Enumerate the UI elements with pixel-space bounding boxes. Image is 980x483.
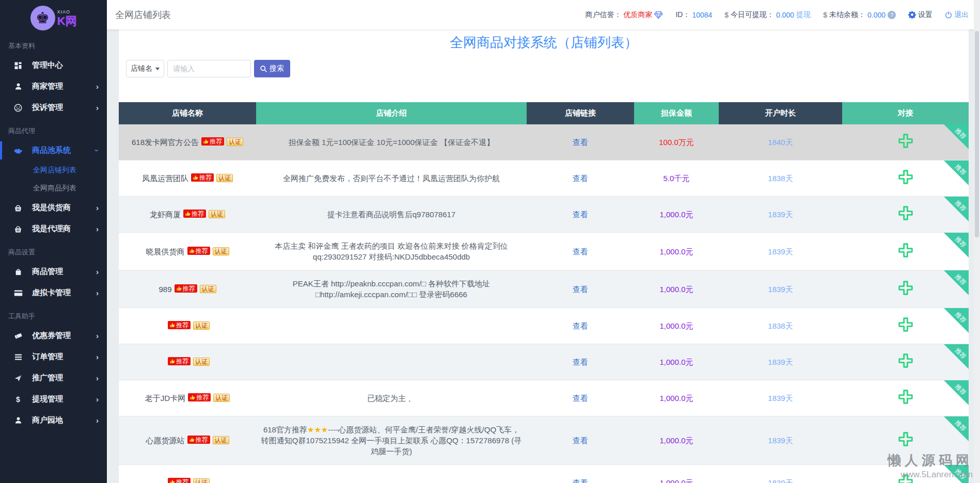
- account-age-cell: 1839天: [719, 344, 842, 380]
- recommend-badge: 推荐: [168, 357, 191, 365]
- dock-connect-icon[interactable]: [897, 132, 914, 152]
- basket-icon: [13, 225, 23, 233]
- sidebar-section-label: 工具助手: [0, 303, 107, 325]
- settings-button[interactable]: 设置: [908, 10, 932, 20]
- sidebar-subitem[interactable]: 全网店铺列表: [0, 161, 107, 179]
- certified-badge: 认证: [213, 436, 229, 444]
- basket-icon: [13, 204, 23, 212]
- chevron-right-icon: ›: [96, 225, 99, 233]
- account-age: 1838天: [768, 321, 793, 330]
- sidebar-item[interactable]: 商户园地›: [0, 410, 107, 431]
- list-icon: [13, 353, 23, 361]
- chevron-right-icon: ›: [96, 353, 99, 361]
- search-button[interactable]: 搜索: [254, 60, 290, 77]
- table-header-row: 店铺名称 店铺介绍 店铺链接 担保金额 开户时长 对接: [119, 102, 969, 124]
- dock-connect-icon[interactable]: [897, 473, 914, 483]
- sidebar-item[interactable]: $提现管理›: [0, 389, 107, 410]
- table-row: 推荐认证查看1,000.0元1839天推荐: [119, 465, 969, 483]
- certified-badge: 认证: [193, 478, 210, 483]
- recommend-badge: 推荐: [175, 284, 197, 293]
- view-link[interactable]: 查看: [573, 138, 588, 147]
- recommend-badge: 推荐: [188, 393, 211, 401]
- dock-connect-icon[interactable]: [897, 242, 914, 262]
- reputation-label: 商户信誉：: [585, 10, 621, 20]
- sidebar-item[interactable]: 商品池系统›: [0, 140, 107, 161]
- sidebar-item[interactable]: 投诉管理›: [0, 97, 107, 118]
- chevron-right-icon: ›: [96, 395, 99, 403]
- certified-badge: 认证: [200, 285, 216, 293]
- sidebar-item-label: 提现管理: [32, 394, 63, 404]
- store-list-card: 全网商品对接系统（店铺列表） 店铺名 搜索 店铺名称: [119, 29, 969, 483]
- search-field-select[interactable]: 店铺名: [126, 60, 164, 77]
- dock-connect-icon[interactable]: [897, 279, 914, 299]
- view-link[interactable]: 查看: [573, 394, 588, 403]
- view-link[interactable]: 查看: [573, 210, 588, 219]
- sidebar-item[interactable]: 虚拟卡管理›: [0, 282, 107, 303]
- scrollbar-thumb[interactable]: [975, 31, 979, 237]
- view-link[interactable]: 查看: [573, 321, 588, 330]
- view-link[interactable]: 查看: [573, 285, 588, 294]
- sidebar-item[interactable]: 我是供货商›: [0, 197, 107, 218]
- store-name: 989: [159, 285, 171, 294]
- dock-connect-icon[interactable]: [897, 430, 914, 450]
- withdrawable-today: $ 今日可提现： 0.000 提现: [724, 10, 811, 20]
- dock-cell: 推荐: [842, 233, 969, 270]
- dock-cell: 推荐: [842, 308, 969, 344]
- view-link[interactable]: 查看: [573, 478, 588, 483]
- sidebar-item[interactable]: 商家管理›: [0, 76, 107, 97]
- dollar-icon: $: [724, 11, 729, 19]
- store-intro-cell: 已稳定为主 、: [256, 380, 527, 416]
- topbar-right: 商户信誉： 优质商家 ID： 10084 $ 今日可提现： 0.000 提现 $…: [585, 10, 969, 20]
- view-link[interactable]: 查看: [573, 174, 588, 183]
- table-row: 推荐认证查看1,000.0元1838天推荐: [119, 308, 969, 344]
- table-row: 618发卡网官方公告推荐认证担保金额 1元=100保证金 10元=1000保证金…: [119, 124, 969, 160]
- settings-label: 设置: [918, 10, 932, 20]
- store-name-cell: 618发卡网官方公告推荐认证: [119, 124, 256, 160]
- dock-connect-icon[interactable]: [897, 388, 914, 408]
- certified-badge: 认证: [193, 358, 210, 366]
- store-link-cell: 查看: [527, 416, 634, 465]
- scrollbar-track: [974, 0, 980, 483]
- store-intro-cell: 担保金额 1元=100保证金 10元=1000保证金 【保证金不退】: [256, 124, 527, 160]
- withdraw-link[interactable]: 提现: [796, 10, 811, 20]
- sidebar-item[interactable]: 推广管理›: [0, 367, 107, 389]
- sidebar-subitem[interactable]: 全网商品列表: [0, 179, 107, 197]
- sidebar-item[interactable]: 商品管理›: [0, 261, 107, 282]
- sidebar-item-label: 商户园地: [32, 415, 63, 425]
- view-link[interactable]: 查看: [573, 358, 588, 366]
- certified-badge: 认证: [216, 174, 233, 182]
- brand-text: XIAO K网: [57, 10, 77, 27]
- sidebar-item[interactable]: 订单管理›: [0, 346, 107, 367]
- certified-badge: 认证: [213, 394, 230, 402]
- dashboard-icon: [13, 61, 23, 70]
- dock-cell: 推荐: [842, 160, 969, 197]
- search-input[interactable]: [167, 60, 251, 77]
- help-icon[interactable]: ?: [888, 11, 896, 19]
- store-intro-cell: 提卡注意看商品说明售后q978078617: [256, 197, 527, 233]
- account-age: 1839天: [768, 358, 793, 366]
- dollar-icon: $: [823, 11, 827, 19]
- sidebar-item[interactable]: 管理中心: [0, 55, 107, 76]
- dock-connect-icon[interactable]: [897, 168, 914, 188]
- store-link-cell: 查看: [527, 380, 634, 416]
- store-link-cell: 查看: [527, 344, 634, 380]
- store-link-cell: 查看: [527, 197, 634, 233]
- brand-text-main: K网: [57, 15, 77, 27]
- sidebar-item-label: 商品管理: [32, 267, 63, 277]
- balance-label: 未结余额：: [829, 10, 865, 20]
- user-icon: [13, 416, 23, 424]
- sidebar-item[interactable]: 我是代理商›: [0, 218, 107, 239]
- view-link[interactable]: 查看: [573, 436, 588, 445]
- store-name-cell: 心愿货源站推荐认证: [119, 416, 256, 465]
- sidebar-item-label: 投诉管理: [32, 103, 63, 112]
- dock-connect-icon[interactable]: [897, 204, 914, 224]
- sidebar-item[interactable]: 优惠券管理›: [0, 325, 107, 346]
- store-intro-cell: PEAK王者 http://peaknb.cccpan.com/□ 各种软件下载…: [256, 270, 527, 308]
- chevron-right-icon: ›: [96, 268, 99, 276]
- dock-connect-icon[interactable]: [897, 316, 914, 336]
- view-link[interactable]: 查看: [573, 247, 588, 256]
- logout-button[interactable]: 退出: [945, 10, 969, 20]
- dock-connect-icon[interactable]: [897, 352, 914, 372]
- recommend-badge: 推荐: [201, 137, 224, 146]
- dock-cell: 推荐: [842, 416, 969, 465]
